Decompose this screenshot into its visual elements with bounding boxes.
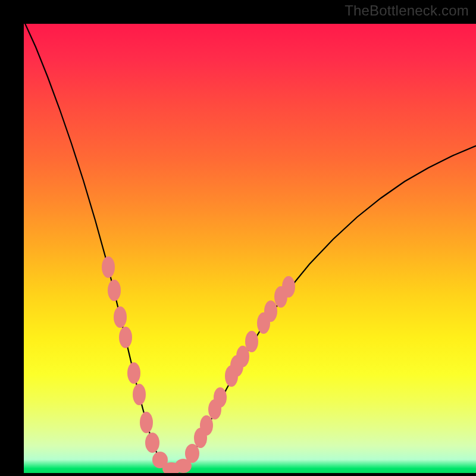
plot-area [24, 24, 476, 473]
data-marker [264, 300, 277, 322]
main-curve [24, 24, 476, 470]
data-marker [127, 362, 140, 384]
data-marker [114, 306, 127, 328]
watermark-text: TheBottleneck.com [345, 2, 469, 19]
data-marker [102, 256, 115, 278]
marker-group [102, 256, 295, 473]
chart-svg [24, 24, 476, 473]
data-marker [214, 387, 227, 408]
data-marker [245, 331, 258, 352]
chart-container: TheBottleneck.com [0, 0, 476, 476]
data-marker [140, 412, 153, 433]
data-marker [282, 276, 295, 298]
data-marker [200, 415, 213, 436]
data-marker [108, 280, 121, 301]
data-marker [119, 327, 132, 348]
data-marker [145, 433, 159, 453]
data-marker [185, 444, 199, 463]
data-marker [133, 384, 146, 405]
